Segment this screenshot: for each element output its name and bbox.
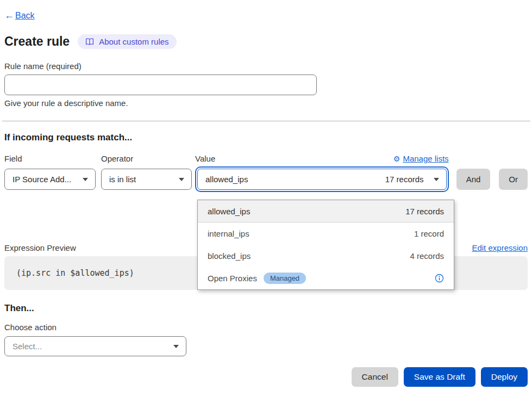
value-select[interactable]: allowed_ips 17 records	[197, 169, 447, 190]
expression-code: (ip.src in $allowed_ips)	[16, 268, 134, 278]
action-select-placeholder: Select...	[12, 342, 42, 351]
dropdown-item-internal-ips[interactable]: internal_ips 1 record	[198, 222, 454, 245]
and-button[interactable]: And	[456, 169, 491, 190]
title-row: Create rule About custom rules	[4, 34, 528, 49]
deploy-button[interactable]: Deploy	[481, 367, 528, 387]
list-name: Open Proxies	[208, 274, 257, 283]
managed-badge: Managed	[264, 273, 306, 284]
rule-name-input[interactable]	[4, 75, 317, 95]
about-custom-rules-link[interactable]: About custom rules	[78, 34, 176, 49]
section-divider	[2, 121, 530, 121]
chevron-down-icon	[83, 178, 88, 181]
then-section-heading: Then...	[4, 303, 528, 314]
manage-lists-label: Manage lists	[403, 154, 448, 164]
dropdown-item-blocked-ips[interactable]: blocked_ips 4 records	[198, 245, 454, 267]
operator-select-value: is in list	[109, 175, 136, 184]
list-name: blocked_ips	[208, 251, 251, 261]
chevron-down-icon	[173, 345, 179, 348]
back-label: Back	[15, 11, 35, 21]
value-column: Value ⚙ Manage lists allowed_ips 17 reco…	[195, 154, 449, 190]
back-link[interactable]: ← Back	[4, 10, 35, 21]
gear-icon: ⚙	[393, 154, 400, 164]
operator-label: Operator	[101, 154, 192, 164]
save-as-draft-button[interactable]: Save as Draft	[404, 367, 475, 387]
manage-lists-link[interactable]: ⚙ Manage lists	[393, 154, 449, 164]
field-label: Field	[4, 154, 96, 164]
footer-actions: Cancel Save as Draft Deploy	[4, 367, 528, 387]
match-section-heading: If incoming requests match...	[4, 132, 528, 143]
list-records: 4 records	[410, 251, 444, 261]
edit-expression-link[interactable]: Edit expression	[472, 243, 528, 252]
action-select[interactable]: Select...	[4, 336, 186, 356]
value-dropdown: allowed_ips 17 records internal_ips 1 re…	[197, 200, 454, 290]
cancel-button[interactable]: Cancel	[352, 367, 398, 387]
field-column: Field IP Source Add...	[4, 154, 96, 190]
dropdown-item-allowed-ips[interactable]: allowed_ips 17 records	[198, 200, 454, 222]
expression-preview-label: Expression Preview	[4, 243, 76, 253]
field-select[interactable]: IP Source Add...	[4, 169, 96, 190]
condition-row: Field IP Source Add... Operator is in li…	[4, 154, 528, 190]
or-button[interactable]: Or	[499, 169, 528, 190]
list-records: 17 records	[405, 207, 444, 216]
value-select-value: allowed_ips	[205, 175, 248, 184]
back-arrow-icon: ←	[4, 10, 14, 21]
value-select-records: 17 records	[385, 175, 424, 184]
book-icon	[85, 38, 94, 46]
field-select-value: IP Source Add...	[12, 175, 71, 184]
list-records: 1 record	[414, 229, 444, 238]
info-icon[interactable]	[435, 274, 444, 283]
choose-action-label: Choose action	[4, 323, 528, 332]
operator-select[interactable]: is in list	[101, 169, 192, 190]
operator-column: Operator is in list	[101, 154, 192, 190]
value-label: Value	[195, 154, 215, 164]
create-rule-page: ← Back Create rule About custom rules Ru…	[0, 0, 532, 402]
rule-name-label: Rule name (required)	[4, 61, 528, 71]
chevron-down-icon	[179, 178, 184, 181]
rule-name-helper: Give your rule a descriptive name.	[4, 98, 528, 108]
dropdown-item-open-proxies[interactable]: Open Proxies Managed	[198, 267, 454, 289]
page-title: Create rule	[4, 34, 70, 49]
about-badge-label: About custom rules	[99, 37, 168, 46]
list-name: internal_ips	[208, 229, 249, 238]
list-name: allowed_ips	[208, 207, 250, 216]
chevron-down-icon	[434, 178, 439, 181]
